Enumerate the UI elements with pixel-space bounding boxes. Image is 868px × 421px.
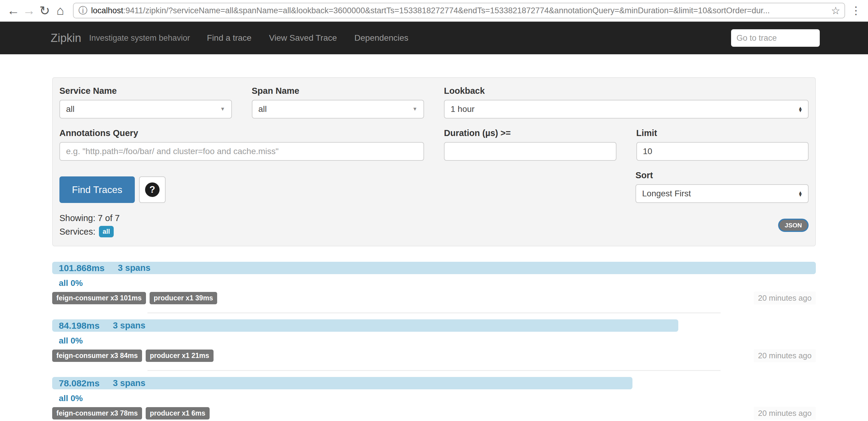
navbar-tagline: Investigate system behavior xyxy=(89,33,190,43)
question-mark-icon: ? xyxy=(145,183,159,197)
find-traces-button[interactable]: Find Traces xyxy=(59,176,135,203)
address-bar[interactable]: ⓘ localhost:9411/zipkin/?serviceName=all… xyxy=(73,3,845,19)
nav-view-saved-trace[interactable]: View Saved Trace xyxy=(269,33,337,43)
trace-service-percent: all 0% xyxy=(52,336,816,346)
span-name-select[interactable]: all ▼ xyxy=(252,100,424,119)
chevron-down-icon: ▼ xyxy=(412,106,417,112)
limit-input[interactable] xyxy=(637,142,809,161)
sort-field: Sort Longest First ▲▼ xyxy=(636,161,809,203)
lookback-select[interactable]: 1 hour ▲▼ xyxy=(444,100,809,119)
service-badge: all xyxy=(99,226,114,237)
zipkin-navbar: Zipkin Investigate system behavior Find … xyxy=(0,22,868,54)
reload-icon[interactable]: ↻ xyxy=(37,3,53,18)
sort-select[interactable]: Longest First ▲▼ xyxy=(636,184,809,203)
sort-value: Longest First xyxy=(642,189,691,198)
trace-duration-bar: 84.198ms 3 spans xyxy=(52,319,678,332)
limit-field: Limit xyxy=(637,119,809,161)
annotations-query-field: Annotations Query xyxy=(59,119,424,161)
service-tag: producer x1 21ms xyxy=(146,350,214,362)
showing-count: Showing: 7 of 7 xyxy=(59,213,120,223)
nav-find-a-trace[interactable]: Find a trace xyxy=(207,33,251,43)
trace-span-count: 3 spans xyxy=(118,263,151,273)
trace-span-count: 3 spans xyxy=(113,321,145,330)
trace-service-percent: all 0% xyxy=(52,394,816,403)
nav-dependencies[interactable]: Dependencies xyxy=(354,33,408,43)
trace-row[interactable]: 78.082ms 3 spans all 0% feign-consumer x… xyxy=(52,371,816,421)
trace-timestamp: 20 minutes ago xyxy=(754,407,816,420)
json-button[interactable]: JSON xyxy=(778,219,809,232)
lookback-value: 1 hour xyxy=(451,104,474,114)
service-tag: producer x1 6ms xyxy=(146,407,210,420)
trace-row[interactable]: 84.198ms 3 spans all 0% feign-consumer x… xyxy=(52,313,816,371)
trace-duration: 101.868ms xyxy=(59,263,105,273)
service-tag: feign-consumer x3 101ms xyxy=(52,292,146,304)
help-button[interactable]: ? xyxy=(139,176,165,203)
span-name-label: Span Name xyxy=(252,86,424,96)
duration-field: Duration (µs) >= xyxy=(444,119,617,161)
lookback-label: Lookback xyxy=(444,86,809,96)
trace-list: 101.868ms 3 spans all 0% feign-consumer … xyxy=(52,256,816,421)
trace-duration: 84.198ms xyxy=(59,321,99,331)
url-text: localhost:9411/zipkin/?serviceName=all&s… xyxy=(91,6,828,15)
back-icon[interactable]: ← xyxy=(5,3,21,18)
select-spinner-icon: ▲▼ xyxy=(798,106,803,112)
duration-input[interactable] xyxy=(444,142,617,161)
trace-duration-bar: 101.868ms 3 spans xyxy=(52,262,816,274)
search-panel: Service Name all ▼ Span Name all ▼ Lookb… xyxy=(52,77,816,247)
url-host: localhost xyxy=(91,6,123,15)
service-name-field: Service Name all ▼ xyxy=(59,86,232,119)
service-name-label: Service Name xyxy=(59,86,232,96)
site-info-icon[interactable]: ⓘ xyxy=(79,4,88,17)
chevron-down-icon: ▼ xyxy=(220,106,225,112)
forward-icon[interactable]: → xyxy=(21,3,37,18)
service-name-value: all xyxy=(66,104,74,114)
bookmark-star-icon[interactable]: ☆ xyxy=(831,4,840,17)
service-tag: feign-consumer x3 84ms xyxy=(52,350,142,362)
span-name-field: Span Name all ▼ xyxy=(252,86,424,119)
trace-duration-bar: 78.082ms 3 spans xyxy=(52,377,632,389)
trace-row[interactable]: 101.868ms 3 spans all 0% feign-consumer … xyxy=(52,256,816,313)
browser-menu-icon[interactable]: ⋮ xyxy=(850,4,862,17)
annotations-query-input[interactable] xyxy=(59,142,424,161)
service-tag: producer x1 39ms xyxy=(150,292,217,304)
duration-label: Duration (µs) >= xyxy=(444,128,617,138)
trace-span-count: 3 spans xyxy=(113,378,145,388)
trace-service-percent: all 0% xyxy=(52,278,816,288)
url-path: :9411/zipkin/?serviceName=all&spanName=a… xyxy=(123,6,770,15)
span-name-value: all xyxy=(258,104,267,114)
home-icon[interactable]: ⌂ xyxy=(53,3,68,18)
service-name-select[interactable]: all ▼ xyxy=(59,100,232,119)
trace-duration: 78.082ms xyxy=(59,378,99,388)
sort-label: Sort xyxy=(636,170,809,180)
annotations-query-label: Annotations Query xyxy=(59,128,424,138)
zipkin-brand[interactable]: Zipkin xyxy=(51,32,81,45)
lookback-field: Lookback 1 hour ▲▼ xyxy=(444,86,809,119)
services-label: Services: xyxy=(59,227,95,237)
browser-toolbar: ← → ↻ ⌂ ⓘ localhost:9411/zipkin/?service… xyxy=(0,0,868,22)
service-tag: feign-consumer x3 78ms xyxy=(52,407,142,420)
trace-timestamp: 20 minutes ago xyxy=(754,292,816,304)
trace-timestamp: 20 minutes ago xyxy=(754,349,816,362)
limit-label: Limit xyxy=(637,128,809,138)
go-to-trace-input[interactable] xyxy=(731,29,820,47)
select-spinner-icon: ▲▼ xyxy=(798,191,803,197)
